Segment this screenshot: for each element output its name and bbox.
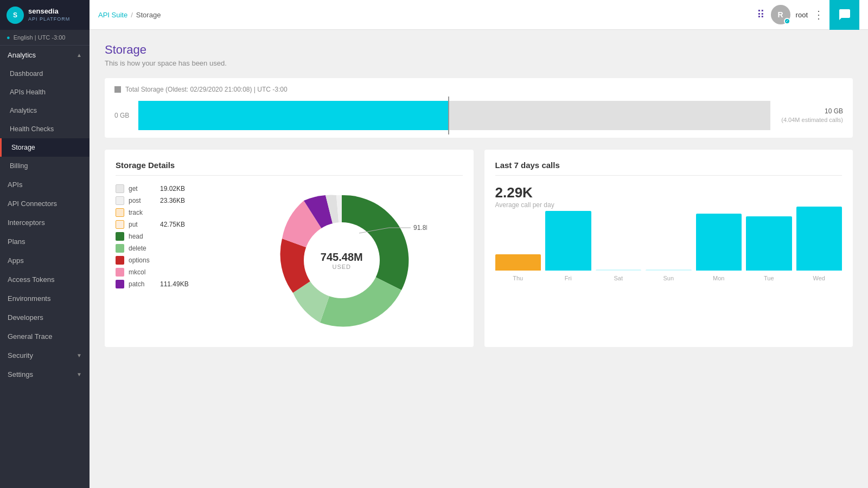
storage-bar-text: Total Storage (Oldest: 02/29/2020 21:00:… [125, 86, 288, 93]
main-content: Storage This is how your space has been … [90, 30, 868, 488]
user-status-dot [784, 18, 790, 24]
bar-day-thu: Thu [513, 275, 523, 281]
legend-item-mkcol: mkcol [116, 268, 213, 277]
bar-chart-area: Thu Fri Sat Sun [495, 216, 843, 292]
legend-value-post: 23.36KB [160, 197, 185, 204]
sidebar-label: Storage [11, 144, 35, 151]
bar-tue [746, 216, 792, 271]
sidebar-label: Plans [8, 237, 25, 246]
sidebar-item-apis-health[interactable]: APIs Health [0, 83, 90, 101]
bar-col-sat: Sat [596, 269, 642, 281]
bar-col-fri: Fri [545, 211, 591, 281]
sidebar-item-storage[interactable]: Storage [0, 138, 90, 157]
chat-button[interactable] [829, 0, 859, 30]
sidebar-item-interceptors[interactable]: Interceptors [0, 213, 90, 232]
language-selector[interactable]: ● English | UTC -3:00 [0, 30, 90, 46]
sidebar-label: Health Checks [10, 125, 54, 133]
bar-day-fri: Fri [565, 275, 572, 281]
legend-label-mkcol: mkcol [129, 268, 154, 276]
sidebar-item-dashboard[interactable]: Dashboard [0, 65, 90, 83]
sidebar-item-settings[interactable]: Settings ▼ [0, 365, 90, 384]
bar-col-tue: Tue [746, 216, 792, 281]
sidebar-item-plans[interactable]: Plans [0, 232, 90, 251]
legend-color-delete [116, 244, 124, 253]
legend-color-mkcol [116, 268, 124, 277]
sidebar-item-analytics[interactable]: Analytics [0, 101, 90, 120]
sidebar-label: API Connectors [8, 200, 57, 208]
avg-value: 2.29K [495, 184, 843, 201]
sidebar-item-health-checks[interactable]: Health Checks [0, 120, 90, 138]
legend-label-options: options [129, 256, 154, 264]
legend-color-patch [116, 280, 124, 288]
sidebar-item-developers[interactable]: Developers [0, 308, 90, 327]
sidebar-label: Environments [8, 294, 50, 303]
sidebar-item-billing[interactable]: Billing [0, 157, 90, 175]
bar-col-thu: Thu [495, 254, 541, 281]
last7-panel: Last 7 days calls 2.29K Average call per… [484, 150, 853, 347]
bar-end-label: 10 GB (4.04M estimated calls) [778, 107, 843, 124]
chevron-down-icon: ▼ [76, 352, 82, 358]
legend-label-track: track [129, 209, 154, 216]
legend-item-track: track [116, 208, 213, 217]
sidebar-label: Access Tokens [8, 275, 54, 284]
bar-day-tue: Tue [764, 275, 774, 281]
sidebar-label: Settings [8, 370, 33, 378]
bar-day-sun: Sun [663, 275, 674, 281]
legend-item-get: get 19.02KB [116, 184, 213, 193]
legend-color-head [116, 232, 124, 241]
bar-divider [448, 97, 449, 134]
sidebar-item-security[interactable]: Security ▼ [0, 346, 90, 365]
grid-icon[interactable]: ⠿ [757, 8, 765, 21]
bar-day-wed: Wed [813, 275, 825, 281]
sidebar-item-analytics-header[interactable]: Analytics ▲ [0, 46, 90, 65]
globe-icon: ● [7, 34, 10, 41]
sidebar-label: Analytics [8, 51, 36, 59]
lang-label: English | UTC -3:00 [14, 34, 66, 41]
legend-color-track [116, 208, 124, 217]
bar-sun [646, 269, 692, 271]
bar-wed [796, 207, 843, 271]
sidebar-item-api-connectors[interactable]: API Connectors [0, 194, 90, 213]
sidebar-item-apis[interactable]: APIs [0, 175, 90, 194]
user-avatar-wrap[interactable]: R [771, 5, 790, 24]
bar-mon [696, 214, 742, 271]
legend-label-head: head [129, 233, 154, 240]
sidebar-item-environments[interactable]: Environments [0, 289, 90, 308]
bar-day-sat: Sat [614, 275, 623, 281]
bar-chart-summary: 2.29K Average call per day [495, 184, 843, 209]
legend-value-patch: 111.49KB [160, 280, 189, 288]
topbar-right: ⠿ R root ⋮ [757, 0, 859, 30]
sidebar-label: General Trace [8, 332, 52, 341]
sidebar-item-general-trace[interactable]: General Trace [0, 327, 90, 346]
sidebar-item-access-tokens[interactable]: Access Tokens [0, 270, 90, 289]
legend-label-post: post [129, 197, 154, 204]
last7-title: Last 7 days calls [495, 160, 843, 176]
sidebar-label: Dashboard [10, 70, 43, 78]
legend-label-put: put [129, 221, 154, 228]
storage-details-panel: Storage Details get 19.02KB post 23.36KB [105, 150, 474, 347]
sidebar-label: Security [8, 351, 33, 359]
storage-details-title: Storage Details [116, 160, 463, 176]
bar-col-sun: Sun [646, 269, 692, 281]
sidebar: S sensedia API PLATFORM ● English | UTC … [0, 0, 90, 488]
sidebar-item-apps[interactable]: Apps [0, 251, 90, 270]
chevron-down-icon: ▼ [76, 371, 82, 377]
bar-day-mon: Mon [713, 275, 724, 281]
legend-color-put [116, 220, 124, 229]
brand-name: sensedia [28, 7, 70, 16]
more-icon[interactable]: ⋮ [813, 8, 824, 21]
page-subtitle: This is how your space has been used. [105, 59, 853, 67]
storage-bar-fill [138, 101, 448, 130]
legend-label-get: get [129, 185, 154, 192]
breadcrumb: API Suite / Storage [98, 11, 757, 19]
avg-label: Average call per day [495, 201, 843, 209]
bar-col-mon: Mon [696, 214, 742, 281]
bar-col-wed: Wed [796, 207, 843, 281]
legend-item-post: post 23.36KB [116, 196, 213, 205]
chevron-up-icon: ▲ [76, 52, 82, 58]
chat-icon [838, 8, 851, 21]
sidebar-label: Apps [8, 256, 24, 265]
user-name: root [796, 11, 808, 19]
breadcrumb-parent[interactable]: API Suite [98, 11, 127, 19]
legend-label-patch: patch [129, 280, 154, 288]
